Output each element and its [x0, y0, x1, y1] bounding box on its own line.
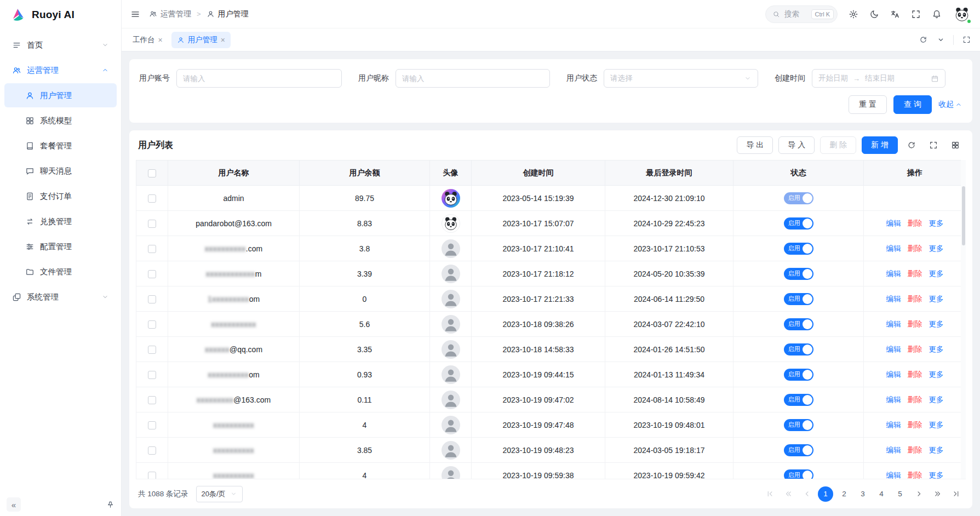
edit-link[interactable]: 编辑 — [886, 320, 901, 328]
row-checkbox[interactable] — [148, 421, 156, 429]
edit-link[interactable]: 编辑 — [886, 395, 901, 404]
edit-link[interactable]: 编辑 — [886, 295, 901, 303]
more-link[interactable]: 更多 — [929, 320, 944, 328]
pin-icon[interactable] — [106, 501, 114, 509]
row-checkbox[interactable] — [148, 472, 156, 479]
status-toggle[interactable]: 启用 — [784, 444, 813, 456]
edit-link[interactable]: 编辑 — [886, 446, 901, 454]
logo[interactable]: Ruoyi AI — [0, 0, 121, 30]
sidebar-item-list[interactable]: 首页 — [4, 33, 117, 57]
status-toggle[interactable]: 启用 — [784, 268, 813, 280]
sidebar-item-users[interactable]: 运营管理 — [4, 58, 117, 82]
nickname-input[interactable] — [396, 69, 550, 88]
page-button-4[interactable]: 4 — [874, 486, 889, 502]
status-select[interactable]: 请选择 — [604, 69, 758, 88]
more-link[interactable]: 更多 — [929, 345, 944, 353]
row-checkbox[interactable] — [148, 295, 156, 303]
status-toggle[interactable]: 启用 — [784, 243, 813, 255]
more-link[interactable]: 更多 — [929, 295, 944, 303]
delete-link[interactable]: 删除 — [908, 270, 922, 278]
prev-page-button[interactable] — [799, 486, 815, 502]
row-checkbox[interactable] — [148, 371, 156, 379]
edit-link[interactable]: 编辑 — [886, 421, 901, 429]
sidebar-item-exchange[interactable]: 兑换管理 — [4, 209, 117, 233]
edit-link[interactable]: 编辑 — [886, 471, 901, 479]
sidebar-item-layers[interactable]: 系统管理 — [4, 285, 117, 309]
next-5-pages-button[interactable] — [930, 486, 945, 502]
tab-options-chevron-down-icon[interactable] — [932, 32, 949, 48]
tab-workbench[interactable]: 工作台 × — [127, 32, 168, 48]
status-toggle[interactable]: 启用 — [784, 369, 813, 381]
table-scrollbar[interactable] — [961, 160, 966, 479]
status-toggle[interactable]: 启用 — [784, 469, 813, 479]
refresh-table-icon[interactable] — [903, 136, 920, 154]
account-input[interactable] — [176, 69, 342, 88]
status-toggle[interactable]: 启用 — [784, 293, 813, 305]
sidebar-item-book[interactable]: 套餐管理 — [4, 134, 117, 158]
close-icon[interactable]: × — [221, 36, 225, 44]
fullscreen-table-icon[interactable] — [925, 136, 942, 154]
translate-icon[interactable] — [890, 9, 900, 19]
status-toggle[interactable]: 启用 — [784, 419, 813, 431]
maximize-content-icon[interactable] — [958, 32, 975, 48]
delete-button[interactable]: 删 除 — [820, 136, 856, 154]
created-date-range[interactable]: 开始日期 → 结束日期 — [812, 69, 945, 88]
delete-link[interactable]: 删除 — [908, 219, 922, 227]
sidebar-item-receipt[interactable]: 支付订单 — [4, 184, 117, 208]
status-toggle[interactable]: 启用 — [784, 343, 813, 356]
query-button[interactable]: 查 询 — [893, 95, 932, 114]
settings-gear-icon[interactable] — [849, 9, 858, 19]
delete-link[interactable]: 删除 — [908, 370, 922, 379]
edit-link[interactable]: 编辑 — [886, 219, 901, 227]
prev-5-pages-button[interactable] — [781, 486, 796, 502]
row-checkbox[interactable] — [148, 194, 156, 203]
edit-link[interactable]: 编辑 — [886, 244, 901, 253]
sidebar-item-chat[interactable]: 聊天消息 — [4, 159, 117, 183]
delete-link[interactable]: 删除 — [908, 395, 922, 404]
global-search[interactable]: 搜索 Ctrl K — [765, 5, 838, 23]
import-button[interactable]: 导 入 — [778, 136, 815, 154]
sidebar-item-user[interactable]: 用户管理 — [4, 83, 117, 107]
refresh-tab-icon[interactable] — [915, 32, 931, 48]
first-page-button[interactable] — [762, 486, 777, 502]
delete-link[interactable]: 删除 — [908, 471, 922, 479]
sidebar-item-folder[interactable]: 文件管理 — [4, 260, 117, 284]
row-checkbox[interactable] — [148, 220, 156, 228]
page-button-2[interactable]: 2 — [836, 486, 852, 502]
breadcrumb-operations[interactable]: 运营管理 — [149, 9, 191, 19]
more-link[interactable]: 更多 — [929, 395, 944, 404]
sidebar-item-sliders[interactable]: 配置管理 — [4, 234, 117, 259]
edit-link[interactable]: 编辑 — [886, 270, 901, 278]
more-link[interactable]: 更多 — [929, 370, 944, 379]
more-link[interactable]: 更多 — [929, 446, 944, 454]
edit-link[interactable]: 编辑 — [886, 345, 901, 353]
row-checkbox[interactable] — [148, 320, 156, 329]
select-all-checkbox[interactable] — [148, 169, 156, 177]
page-size-select[interactable]: 20条/页 — [196, 486, 243, 502]
more-link[interactable]: 更多 — [929, 270, 944, 278]
add-button[interactable]: 新 增 — [862, 136, 898, 154]
export-button[interactable]: 导 出 — [737, 136, 773, 154]
notifications-bell-icon[interactable] — [932, 9, 942, 19]
status-toggle[interactable]: 启用 — [784, 318, 813, 330]
row-checkbox[interactable] — [148, 396, 156, 404]
user-avatar[interactable] — [953, 5, 971, 24]
scrollbar-thumb[interactable] — [962, 186, 965, 245]
close-icon[interactable]: × — [158, 36, 163, 44]
status-toggle[interactable]: 启用 — [784, 394, 813, 406]
collapse-filter-link[interactable]: 收起 — [938, 100, 962, 110]
edit-link[interactable]: 编辑 — [886, 370, 901, 379]
more-link[interactable]: 更多 — [929, 244, 944, 253]
last-page-button[interactable] — [948, 486, 964, 502]
delete-link[interactable]: 删除 — [908, 345, 922, 353]
status-toggle[interactable]: 启用 — [784, 217, 813, 230]
delete-link[interactable]: 删除 — [908, 244, 922, 253]
delete-link[interactable]: 删除 — [908, 295, 922, 303]
delete-link[interactable]: 删除 — [908, 421, 922, 429]
delete-link[interactable]: 删除 — [908, 446, 922, 454]
page-button-3[interactable]: 3 — [855, 486, 870, 502]
dark-mode-moon-icon[interactable] — [869, 9, 879, 19]
row-checkbox[interactable] — [148, 346, 156, 354]
reset-button[interactable]: 重 置 — [849, 95, 887, 114]
delete-link[interactable]: 删除 — [908, 320, 922, 328]
